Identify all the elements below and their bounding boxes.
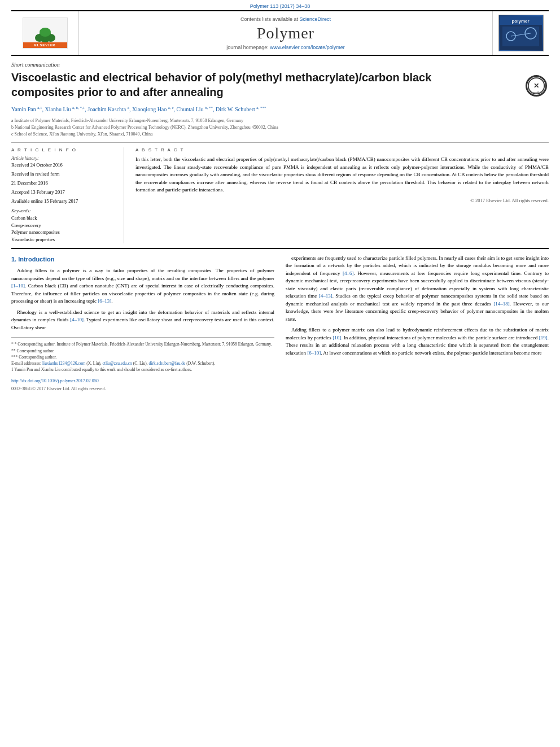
- email3-link[interactable]: dirk.schubert@fau.de: [149, 361, 186, 366]
- body-content: 1. Introduction Adding fillers to a poly…: [11, 255, 549, 392]
- email3-person: (D.W. Schubert).: [186, 361, 215, 366]
- keywords-list: Carbon black Creep-recovery Polymer nano…: [11, 215, 116, 243]
- title-section: Viscoelastic and electrical behavior of …: [11, 70, 549, 105]
- body-left-col: 1. Introduction Adding fillers to a poly…: [11, 255, 274, 392]
- affiliation-b: b National Engineering Research Center f…: [11, 124, 549, 131]
- ref-14-18: [14–18]: [493, 301, 510, 307]
- crossmark-icon: ✕ CrossMark: [526, 75, 547, 97]
- ref-19: [19]: [539, 335, 548, 340]
- journal-center: Contents lists available at ScienceDirec…: [79, 11, 492, 55]
- available-date: Available online 15 February 2017: [11, 198, 116, 205]
- intro-paragraph-1: Adding fillers to a polymer is a way to …: [11, 267, 274, 305]
- abstract-header: A B S T R A C T: [135, 147, 549, 152]
- divider-2: [11, 248, 549, 249]
- polymer-cover-image: polymer: [498, 15, 544, 51]
- right-paragraph-2: Adding fillers to a polymer matrix can a…: [286, 326, 549, 357]
- footnote-dstar: ** Corresponding author.: [11, 348, 274, 354]
- abstract-column: A B S T R A C T In this letter, both the…: [135, 147, 549, 243]
- article-info-header: A R T I C L E I N F O: [11, 147, 116, 152]
- ref-10: [10]: [333, 335, 341, 340]
- crossmark-svg: ✕ CrossMark: [527, 76, 545, 96]
- ref-6-13: [6–13]: [98, 298, 111, 304]
- email2-link[interactable]: ctliu@zzu.edu.cn: [102, 361, 132, 366]
- cover-art-icon: polymer: [500, 16, 542, 50]
- right-paragraph-1: experiments are frequently used to chara…: [286, 255, 549, 324]
- footnote-star: * * Corresponding author. Institute of P…: [11, 341, 274, 347]
- journal-homepage: journal homepage: www.elsevier.com/locat…: [226, 45, 345, 50]
- footnote-star-text: * * Corresponding author. Institute of P…: [11, 342, 272, 347]
- affiliation-a: a Institute of Polymer Materials, Friedr…: [11, 117, 549, 124]
- author2: Xianhu Liu a, b, *,1,: [45, 106, 88, 112]
- keywords-label: Keywords:: [11, 208, 116, 213]
- affiliation-c: c School of Science, Xi'an Jiaotong Univ…: [11, 131, 549, 138]
- received-date: Received 24 October 2016: [11, 162, 116, 169]
- kw-carbon-black: Carbon black: [11, 215, 116, 222]
- homepage-link[interactable]: www.elsevier.com/locate/polymer: [270, 45, 345, 50]
- email-label: E-mail addresses:: [11, 361, 41, 366]
- kw-creep: Creep-recovery: [11, 222, 116, 229]
- copyright-notice: © 2017 Elsevier Ltd. All rights reserved…: [135, 198, 549, 203]
- email1-link[interactable]: liuxianhu1234@126.com: [42, 361, 85, 366]
- svg-text:polymer: polymer: [511, 19, 529, 24]
- intro-title: 1. Introduction: [11, 255, 274, 264]
- article-info-column: A R T I C L E I N F O Article history: R…: [11, 147, 124, 243]
- intro-paragraph-2: Rheology is a well-established science t…: [11, 309, 274, 332]
- sciencedirect-link: Contents lists available at ScienceDirec…: [240, 16, 331, 22]
- journal-title: Polymer: [257, 24, 314, 42]
- footnotes-section: * * Corresponding author. Institute of P…: [11, 337, 274, 373]
- article-title: Viscoelastic and electrical behavior of …: [11, 70, 474, 99]
- crossmark-logo: ✕ CrossMark: [523, 73, 549, 98]
- kw-polymer: Polymer nanocomposites: [11, 229, 116, 236]
- svg-rect-8: [502, 27, 539, 46]
- ref-4-13: [4–13]: [319, 293, 333, 299]
- footnote-tstar: *** Corresponding author.: [11, 354, 274, 360]
- email2-person: (C. Liu),: [133, 361, 148, 366]
- abstract-text: In this letter, both the viscoelastic an…: [135, 156, 549, 194]
- journal-citation-text: Polymer 113 (2017) 34–38: [250, 3, 310, 9]
- ref-4-6: [4–6]: [343, 270, 354, 276]
- revised-date: 21 December 2016: [11, 180, 116, 187]
- main-content: Short communication Viscoelastic and ele…: [0, 56, 560, 398]
- body-right-col: experiments are frequently used to chara…: [286, 255, 549, 392]
- polymer-cover: polymer: [492, 11, 549, 55]
- kw-viscoelastic: Viscoelastic properties: [11, 236, 116, 243]
- article-type: Short communication: [11, 62, 549, 68]
- ref-6-10: [6–10]: [307, 350, 321, 356]
- elsevier-label-text: ELSEVIER: [23, 42, 67, 48]
- history-label: Article history:: [11, 156, 116, 161]
- issn-line: 0032-3861/© 2017 Elsevier Ltd. All right…: [11, 386, 274, 392]
- email1-person: (X. Liu),: [86, 361, 101, 366]
- affiliations: a Institute of Polymer Materials, Friedr…: [11, 117, 549, 138]
- journal-header: ELSEVIER Contents lists available at Sci…: [11, 10, 549, 56]
- svg-text:CrossMark: CrossMark: [531, 91, 541, 94]
- footnote-1: 1 Yamin Pan and Xianhu Liu contributed e…: [11, 366, 274, 373]
- author4: Xiaoqiong Hao a, c,: [132, 106, 177, 112]
- author6: Dirk W. Schubert a, ***: [216, 106, 266, 112]
- accepted-date: Accepted 13 February 2017: [11, 189, 116, 196]
- author1: Yamin Pan a,1,: [11, 106, 45, 112]
- journal-citation: Polymer 113 (2017) 34–38: [0, 0, 560, 10]
- sciencedirect-anchor[interactable]: ScienceDirect: [300, 16, 331, 22]
- article-info-abstract: A R T I C L E I N F O Article history: R…: [11, 147, 549, 243]
- received-revised-label: Received in revised form: [11, 171, 116, 178]
- svg-text:✕: ✕: [533, 82, 539, 90]
- doi-link[interactable]: http://dx.doi.org/10.1016/j.polymer.2017…: [11, 378, 99, 383]
- author5: Chuntai Liu b, **,: [177, 106, 216, 112]
- doi-line: http://dx.doi.org/10.1016/j.polymer.2017…: [11, 378, 274, 385]
- footnote-dstar-text: ** Corresponding author.: [11, 348, 54, 353]
- authors-line: Yamin Pan a,1, Xianhu Liu a, b, *,1, Joa…: [11, 105, 549, 114]
- email-addresses: E-mail addresses: liuxianhu1234@126.com …: [11, 360, 274, 366]
- ref-4-10: [4–10]: [70, 317, 84, 322]
- elsevier-logo-section: ELSEVIER: [11, 11, 79, 55]
- divider-1: [11, 142, 549, 143]
- elsevier-logo: ELSEVIER: [23, 18, 68, 49]
- ref-1-10: [1–10]: [11, 283, 25, 289]
- footnote-tstar-text: *** Corresponding author.: [11, 355, 56, 360]
- author3: Joachim Kaschta a,: [88, 106, 132, 112]
- page: Polymer 113 (2017) 34–38 ELSEVIER Conten…: [0, 0, 560, 398]
- svg-point-4: [40, 28, 51, 37]
